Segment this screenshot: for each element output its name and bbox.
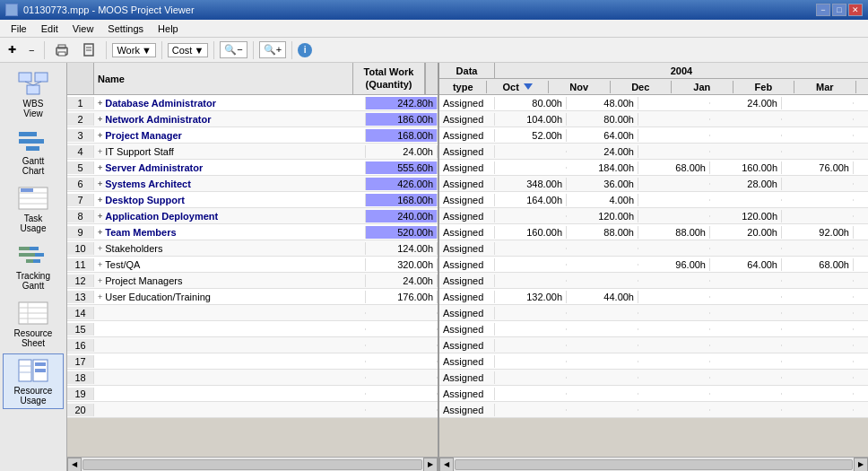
right-scrollbar-h[interactable]: ◀ ▶: [439, 457, 868, 471]
menu-settings[interactable]: Settings: [100, 22, 151, 36]
info-button[interactable]: i: [298, 43, 312, 57]
sidebar-item-resource-sheet[interactable]: ResourceSheet: [3, 296, 64, 352]
time-cell-dec: [638, 248, 710, 249]
minimize-button[interactable]: −: [816, 4, 830, 16]
time-cell-jan: 64.00h: [710, 258, 782, 271]
expand-icon[interactable]: +: [98, 163, 102, 172]
time-cell-nov: [567, 328, 638, 330]
scroll-right-right[interactable]: ▶: [854, 458, 868, 472]
table-row[interactable]: 9+Team Members520.00h: [67, 224, 438, 240]
time-cell-feb: [782, 102, 854, 104]
print-button[interactable]: [50, 40, 74, 60]
sidebar-item-resource-usage[interactable]: ResourceUsage: [3, 353, 64, 409]
cell-work: 176.00h: [366, 291, 438, 303]
table-row[interactable]: 8+Application Deployment240.00h: [67, 208, 438, 224]
right-scroll-thumb[interactable]: [455, 459, 853, 470]
table-row[interactable]: 6+Systems Architect426.00h: [67, 176, 438, 192]
view-dropdown[interactable]: Work ▼: [112, 43, 155, 57]
time-cell-dec: [638, 215, 710, 217]
expand-icon[interactable]: +: [98, 115, 102, 124]
page-setup-button[interactable]: [77, 40, 100, 60]
maximize-button[interactable]: □: [832, 4, 846, 16]
table-row[interactable]: 18: [67, 370, 438, 386]
expand-icon[interactable]: +: [98, 276, 102, 285]
cell-id: 19: [67, 388, 94, 400]
window-controls[interactable]: − □ ✕: [816, 4, 863, 16]
timeline-row: Assigned24.00h: [439, 273, 868, 289]
menu-view[interactable]: View: [65, 22, 101, 36]
expand-icon[interactable]: +: [98, 244, 102, 253]
table-row[interactable]: 17: [67, 353, 438, 370]
cell-work: 320.00h: [366, 258, 438, 271]
zoom-out-button[interactable]: 🔍−: [220, 41, 247, 58]
close-button[interactable]: ✕: [848, 4, 863, 16]
cell-name: +Test/QA: [94, 258, 366, 271]
table-row[interactable]: 4+IT Support Staff24.00h: [67, 144, 438, 160]
cell-id: 10: [67, 242, 94, 255]
table-row[interactable]: 7+Desktop Support168.00h: [67, 192, 438, 208]
table-row[interactable]: 2+Network Administrator186.00h: [67, 111, 438, 127]
time-cell-mar: 2.00h: [854, 113, 868, 126]
zoom-in-button[interactable]: 🔍+: [259, 41, 286, 58]
svg-rect-12: [19, 139, 44, 144]
time-cell-nov: 36.00h: [567, 178, 638, 190]
expand-icon[interactable]: +: [98, 212, 102, 221]
time-cell-feb: [782, 280, 854, 282]
scroll-thumb-h[interactable]: [82, 459, 422, 470]
cell-name: +Database Administrator: [94, 97, 366, 109]
add-button[interactable]: ✚: [4, 41, 21, 58]
sidebar-item-wbs-view[interactable]: WBSView: [3, 66, 64, 122]
menu-file[interactable]: File: [4, 22, 34, 36]
svg-rect-8: [27, 85, 39, 94]
time-cell-dec: [638, 345, 710, 346]
table-row[interactable]: 12+Project Managers24.00h: [67, 273, 438, 289]
expand-icon[interactable]: +: [98, 147, 102, 156]
cell-work: 186.00h: [366, 113, 438, 126]
time-cell-jan: [710, 409, 782, 411]
scroll-right-left[interactable]: ◀: [439, 458, 454, 472]
expand-icon[interactable]: +: [98, 260, 102, 269]
cell-name: +Desktop Support: [94, 194, 366, 206]
time-cell-feb: [782, 345, 854, 346]
table-row[interactable]: 11+Test/QA320.00h: [67, 257, 438, 273]
remove-button[interactable]: −: [24, 42, 39, 58]
time-cell-feb: [782, 215, 854, 217]
time-cell-jan: [710, 377, 782, 379]
mar-header: Mar: [794, 81, 856, 93]
table-row[interactable]: 15: [67, 321, 438, 337]
table-row[interactable]: 13+User Education/Training176.00h: [67, 289, 438, 305]
scroll-left[interactable]: ◀: [67, 458, 82, 472]
table-row[interactable]: 5+Server Administrator555.60h: [67, 160, 438, 176]
cell-work: [366, 312, 438, 314]
table-row[interactable]: 14: [67, 305, 438, 321]
expand-icon[interactable]: +: [98, 99, 102, 108]
cell-work: 24.00h: [366, 145, 438, 158]
expand-icon[interactable]: +: [98, 228, 102, 237]
cell-work: [366, 393, 438, 395]
expand-icon[interactable]: +: [98, 179, 102, 188]
table-row[interactable]: 10+Stakeholders124.00h: [67, 240, 438, 257]
expand-icon[interactable]: +: [98, 292, 102, 301]
menu-help[interactable]: Help: [151, 22, 186, 36]
scroll-right[interactable]: ▶: [423, 458, 438, 472]
sidebar-item-gantt-chart[interactable]: GanttChart: [3, 124, 64, 179]
table-row[interactable]: 16: [67, 337, 438, 353]
svg-rect-7: [35, 73, 48, 82]
expand-icon[interactable]: +: [98, 131, 102, 140]
time-cell-dtype: Assigned: [439, 291, 495, 303]
menu-edit[interactable]: Edit: [34, 22, 65, 36]
cell-name: [94, 409, 366, 411]
time-cell-jan: 24.00h: [710, 97, 782, 109]
time-cell-dec: 68.00h: [638, 161, 710, 174]
table-row[interactable]: 20: [67, 402, 438, 418]
cell-name: +Server Administrator: [94, 161, 366, 174]
cell-work: 24.00h: [366, 275, 438, 287]
table-row[interactable]: 1+Database Administrator242.80h: [67, 95, 438, 111]
sidebar-item-tracking-gantt[interactable]: TrackingGantt: [3, 239, 64, 294]
table-row[interactable]: 3+Project Manager168.00h: [67, 127, 438, 144]
expand-icon[interactable]: +: [98, 196, 102, 205]
table-row[interactable]: 19: [67, 386, 438, 402]
left-scrollbar-h[interactable]: ◀ ▶: [67, 457, 438, 471]
cost-dropdown[interactable]: Cost ▼: [168, 43, 209, 57]
sidebar-item-task-usage[interactable]: TaskUsage: [3, 181, 64, 237]
